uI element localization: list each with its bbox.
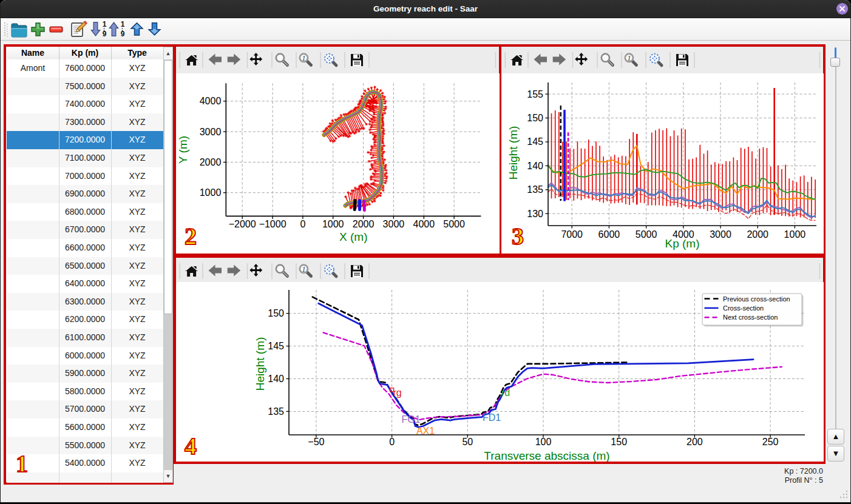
svg-text:0: 0 <box>300 219 305 229</box>
svg-text:7000: 7000 <box>561 229 583 240</box>
svg-text:4000: 4000 <box>413 219 435 229</box>
svg-text:155: 155 <box>527 89 543 99</box>
svg-text:Height (m): Height (m) <box>507 126 520 180</box>
svg-text:200: 200 <box>687 437 703 447</box>
svg-text:−50: −50 <box>308 437 324 447</box>
svg-text:9: 9 <box>121 30 125 38</box>
svg-text:Previous cross-section: Previous cross-section <box>723 295 790 303</box>
svg-text:130: 130 <box>527 209 543 219</box>
svg-text:2000: 2000 <box>200 157 222 167</box>
svg-text:50: 50 <box>462 437 473 447</box>
svg-text:Cross-section: Cross-section <box>723 304 764 312</box>
svg-text:5000: 5000 <box>443 219 465 229</box>
svg-text:2000: 2000 <box>353 219 375 229</box>
svg-text:150: 150 <box>611 437 627 447</box>
svg-text:4000: 4000 <box>200 96 222 106</box>
svg-text:−1000: −1000 <box>259 219 286 229</box>
svg-text:145: 145 <box>527 136 543 147</box>
svg-text:1: 1 <box>121 20 125 29</box>
svg-text:X (m): X (m) <box>339 230 367 243</box>
svg-text:3000: 3000 <box>383 219 405 229</box>
svg-text:rd: rd <box>501 388 510 398</box>
svg-text:Kp (m): Kp (m) <box>665 237 700 250</box>
svg-text:150: 150 <box>268 308 284 318</box>
svg-text:Next cross-section: Next cross-section <box>723 314 778 321</box>
svg-text:140: 140 <box>268 374 284 384</box>
svg-text:FG1: FG1 <box>401 414 420 425</box>
svg-text:100: 100 <box>535 437 552 447</box>
svg-text:145: 145 <box>268 341 284 351</box>
svg-text:150: 150 <box>527 113 543 123</box>
svg-text:Transverse abscissa (m): Transverse abscissa (m) <box>484 449 609 462</box>
svg-text:250: 250 <box>762 437 779 447</box>
svg-text:1000: 1000 <box>784 229 806 240</box>
svg-text:5000: 5000 <box>636 229 657 240</box>
svg-text:Y (m): Y (m) <box>177 136 189 164</box>
svg-text:−2000: −2000 <box>229 219 256 229</box>
svg-text:3000: 3000 <box>200 127 222 137</box>
svg-text:rg: rg <box>393 388 401 398</box>
svg-text:9: 9 <box>103 30 107 38</box>
svg-text:1: 1 <box>103 20 107 29</box>
svg-text:2000: 2000 <box>747 229 768 240</box>
svg-text:3000: 3000 <box>710 229 731 240</box>
svg-text:1000: 1000 <box>200 187 222 198</box>
svg-text:135: 135 <box>527 184 543 195</box>
svg-text:135: 135 <box>268 406 284 417</box>
svg-text:1000: 1000 <box>322 219 344 229</box>
svg-text:140: 140 <box>527 161 543 171</box>
svg-text:6000: 6000 <box>598 229 620 240</box>
svg-text:FD1: FD1 <box>483 412 501 423</box>
svg-text:Height (m): Height (m) <box>254 337 266 391</box>
svg-text:0: 0 <box>389 437 395 447</box>
